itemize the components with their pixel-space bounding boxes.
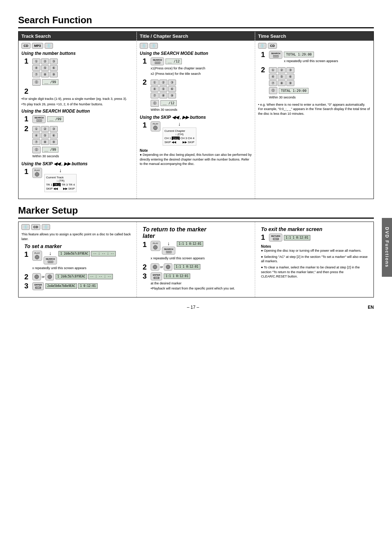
num-btn-9[interactable]: ⑨ [50, 72, 58, 77]
time-device-icons: 💿 CD [258, 43, 371, 49]
search-remote: SEARCH MODE [44, 256, 57, 264]
num-btn[interactable]: ④ [32, 133, 40, 138]
num-btn[interactable]: ⑧ [159, 93, 167, 98]
num-btn[interactable]: ⑦ [32, 139, 40, 145]
num-btn[interactable]: ③ [286, 67, 294, 73]
num-btn[interactable]: ⑧ [41, 139, 49, 145]
num-btn[interactable]: ④ [269, 74, 277, 80]
cd-icon: CD [21, 43, 30, 49]
play-btn [153, 126, 158, 130]
search-mode-btn: MODE [155, 62, 160, 64]
return-step-3: 3 ENTER OK 1:1 1 0:12:01 at the desired … [140, 272, 252, 292]
num-btn[interactable]: ⑦ [151, 93, 159, 98]
step-body: ① ② ③ ④ ⑤ ⑥ ⑦ ⑧ ⑨ ⓪ __ /99 [32, 57, 131, 86]
btn-b [164, 263, 172, 271]
time-step-1: 1 SEARCH MODE TOTAL 1:29:00 x repeatedly… [258, 51, 371, 64]
skip-diagram-track: Current Track ↓ (TR) TR 1 TR 2 TR 3 TR 4… [44, 174, 77, 192]
dvd-icon: 💿 [140, 43, 148, 49]
num-btn-3[interactable]: ③ [50, 58, 58, 64]
num-btn[interactable]: ⑧ [278, 80, 286, 86]
page-number: – 17 – [187, 305, 199, 310]
num-btn[interactable]: ⑤ [278, 74, 286, 80]
within-30-text: Within 30 seconds [32, 154, 131, 158]
set-marker-step-2: 2 or [21, 273, 134, 280]
title-step-1: 1 SEARCH MODE __ /12 x1(Press once) for … [140, 57, 252, 77]
num-btn-2[interactable]: ② [41, 58, 49, 64]
step-body: PLAY ↓ SEARCH MODE 1 [32, 251, 131, 271]
return-display-2: 1:1 1 0:12:01 [174, 264, 200, 270]
set-marker-column: 💿 CD 💿 This feature allows you to assign… [19, 222, 137, 297]
num-btn[interactable]: ⓪ [32, 146, 41, 153]
num-btn-1[interactable]: ① [32, 58, 40, 64]
num-btn[interactable]: ③ [168, 80, 176, 85]
num-btn[interactable]: ⑤ [41, 133, 49, 138]
num-btn[interactable]: ① [151, 80, 159, 85]
note-3: ● To clear a marker, select the marker t… [261, 265, 368, 279]
num-btn-8[interactable]: ⑧ [41, 72, 49, 77]
search-btn: MODE [166, 251, 172, 253]
step-num: 2 [24, 125, 30, 132]
num-btn-6[interactable]: ⑥ [50, 65, 58, 71]
num-btn-5[interactable]: ⑤ [41, 65, 49, 71]
num-btn[interactable]: ① [32, 126, 40, 132]
num-btn-7[interactable]: ⑦ [32, 72, 40, 77]
num-btn[interactable]: ④ [151, 86, 159, 92]
step-body: RETURN RET 1:1 1 0:12:01 [269, 234, 368, 242]
note-2: ● Selecting "AC" at step [2] in the sect… [261, 255, 368, 264]
marker-intro: This feature allows you to assign a spec… [21, 232, 134, 241]
notes-title: Notes [261, 244, 368, 248]
num-btn[interactable]: ⑥ [50, 133, 58, 138]
num-btn[interactable]: ⓪ [269, 87, 277, 94]
search-remote: SEARCH MODE [162, 247, 175, 255]
tr2-label: TR 2 [53, 183, 61, 186]
num-btn[interactable]: ⑤ [159, 86, 167, 92]
title-chapter-search-column: Title / Chapter Search 💿 💿 Using the SEA… [137, 32, 255, 199]
num-btn[interactable]: ② [159, 80, 167, 85]
note-text: ● Depending on the disc being played, th… [140, 153, 252, 166]
num-btn[interactable]: ⑥ [168, 86, 176, 92]
search-btn: MODE [48, 261, 53, 263]
marker-display-1: 1 2d4e5b7c8f9EAC [58, 251, 90, 256]
return-step-2: 2 or 1:1 1 [140, 263, 252, 271]
step-body: or 1:1 1 0:12:01 [151, 263, 249, 271]
exit-marker-title: To exit the marker screen [261, 226, 368, 232]
marker-display-3b: 1 0:12:01 [78, 283, 97, 289]
num-btn[interactable]: ⑨ [168, 93, 176, 98]
chapter-bar: CH 1 CH 2 CH 3 CH 4 [164, 137, 195, 140]
skip-diagram-chapter: Current Chapter ↓ (CH) CH 1 CH 2 CH 3 CH… [163, 127, 196, 146]
title-display-1: __ /12 [166, 58, 182, 64]
num-btn[interactable]: ⓪ [151, 100, 159, 107]
btn-a [151, 263, 159, 271]
num-btn[interactable]: ⑥ [286, 74, 294, 80]
num-btn[interactable]: ① [269, 67, 277, 73]
arrow-down: ↓ [44, 168, 77, 173]
step-num: 1 [24, 57, 30, 65]
step-num: 2 [24, 273, 30, 280]
track-display-2: __ /99 [42, 147, 58, 153]
btn-icon [48, 275, 52, 279]
marker-display-1b: -- : -- : -- [91, 251, 116, 256]
num-btn[interactable]: ② [278, 67, 286, 73]
num-btn-0[interactable]: ⓪ [32, 79, 41, 86]
num-btn[interactable]: ⑨ [50, 139, 58, 145]
step-num: 2 [24, 88, 30, 95]
arrow-down: ↓ [162, 241, 175, 246]
tr3-label: TR 3 [61, 183, 68, 186]
track-device-icons: CD MP3 💿 [21, 43, 134, 49]
step-body: ① ② ③ ④ ⑤ ⑥ ⑦ ⑧ ⑨ ⓪ __ /99 Within 30 [32, 125, 131, 159]
exit-notes: Notes ● Opening the disc tray or turning… [258, 244, 371, 279]
section-title-search: Search Function [18, 15, 374, 28]
tr1-label: TR 1 [46, 183, 52, 186]
num-btn[interactable]: ⑨ [286, 80, 294, 86]
play-btn [153, 245, 158, 250]
title-skip-step-1: 1 PLAY ↓ Current Chapter ↓ (CH) [140, 121, 252, 147]
marker-columns: 💿 CD 💿 This feature allows you to assign… [18, 222, 374, 297]
mp3-icon: MP3 [32, 43, 43, 49]
dvd-icon: 💿 [45, 43, 53, 49]
num-btn-4[interactable]: ④ [32, 65, 40, 71]
play-btn [35, 255, 39, 259]
num-btn[interactable]: ⑦ [269, 80, 277, 86]
num-btn[interactable]: ② [41, 126, 49, 132]
num-btn[interactable]: ③ [50, 126, 58, 132]
track-search-step-2: 2 ① ② ③ ④ ⑤ ⑥ ⑦ ⑧ ⑨ ⓪ __ / [21, 125, 134, 159]
